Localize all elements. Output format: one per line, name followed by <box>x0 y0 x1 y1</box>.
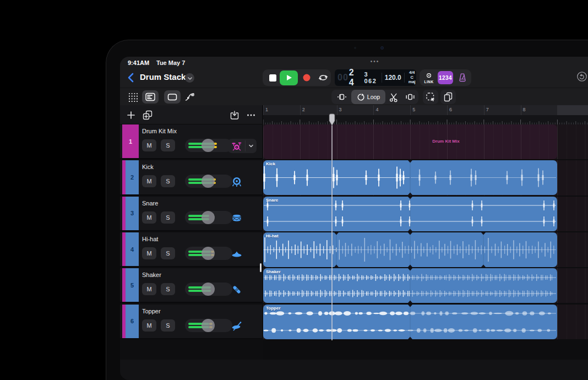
mute-button[interactable]: M <box>142 211 156 224</box>
title-chevron-down-icon[interactable] <box>185 73 194 83</box>
stack-disclosure-button[interactable] <box>246 143 257 149</box>
track-number-badge[interactable]: 2 <box>126 160 139 194</box>
tracks-view-icon <box>145 91 156 102</box>
stop-button[interactable] <box>265 69 280 86</box>
instrument-icon-button[interactable] <box>230 319 244 333</box>
track-number-badge[interactable]: 6 <box>126 305 139 338</box>
grid-view-button[interactable] <box>124 90 141 104</box>
volume-knob[interactable] <box>202 175 215 188</box>
ableton-link-button[interactable]: LINK <box>421 70 437 85</box>
track-name[interactable]: Drum Kit Mix <box>142 128 177 134</box>
count-in-button[interactable]: 1234 <box>438 71 453 84</box>
audio-region[interactable]: Topper <box>263 305 557 339</box>
front-camera-dot <box>354 47 356 49</box>
instrument-icon-button[interactable] <box>230 247 244 261</box>
track-name[interactable]: Shaker <box>142 272 161 278</box>
ruler-bar-line <box>373 105 374 115</box>
solo-button[interactable]: S <box>161 211 175 224</box>
undo-icon[interactable] <box>576 71 587 82</box>
cycle-repeat-icon[interactable] <box>315 69 331 86</box>
instrument-icon-button[interactable] <box>230 175 244 189</box>
volume-slider[interactable] <box>185 139 232 152</box>
play-button[interactable] <box>280 70 298 85</box>
solo-button[interactable]: S <box>161 247 175 259</box>
automation-button[interactable] <box>182 90 198 104</box>
volume-knob[interactable] <box>202 319 215 332</box>
tracks-view-button[interactable] <box>142 90 159 104</box>
ruler-ticks[interactable] <box>263 115 588 124</box>
mute-button[interactable]: M <box>142 283 156 295</box>
instrument-icon-button[interactable] <box>230 283 244 297</box>
volume-knob[interactable] <box>202 283 215 296</box>
volume-slider[interactable] <box>185 283 232 296</box>
audio-region[interactable]: Kick <box>263 160 557 195</box>
region-label: Kick <box>266 161 275 166</box>
track-name[interactable]: Hi-hat <box>142 236 158 242</box>
volume-slider[interactable] <box>185 175 232 188</box>
solo-button[interactable]: S <box>161 139 175 151</box>
arrange-area: 1Drum Kit MixMS2KickMS3SnareMS4Hi-hatMS5… <box>120 105 588 380</box>
track-number-badge[interactable]: 4 <box>126 232 139 266</box>
instrument-icon-button[interactable] <box>230 211 244 225</box>
mute-button[interactable]: M <box>142 139 156 151</box>
trim-start-button[interactable] <box>333 90 351 104</box>
front-camera-icon <box>380 46 384 50</box>
loop-button[interactable]: Loop <box>351 90 385 104</box>
solo-button[interactable]: S <box>161 175 175 187</box>
drum-kit-icon <box>231 140 242 151</box>
instrument-icon-button[interactable] <box>228 140 246 151</box>
mute-button[interactable]: M <box>142 247 156 259</box>
summary-region[interactable]: Drum Kit Mix <box>263 124 557 159</box>
audio-region[interactable]: Snare <box>263 197 557 231</box>
trim-end-button[interactable] <box>402 90 418 104</box>
solo-button[interactable]: S <box>161 319 175 332</box>
back-chevron-icon[interactable] <box>126 71 138 84</box>
metronome-icon[interactable] <box>455 71 470 84</box>
track-lane: Topper <box>263 305 588 339</box>
marquee-copy-button[interactable] <box>423 90 438 104</box>
volume-slider[interactable] <box>185 211 232 224</box>
timeline-ruler[interactable]: 123456789 <box>263 105 588 115</box>
volume-knob[interactable] <box>202 211 215 224</box>
scrollbar-indicator[interactable] <box>260 263 262 272</box>
audio-region[interactable]: Hi-hat <box>263 232 557 267</box>
track-header-toolbar <box>120 105 262 124</box>
instrument-button-group <box>228 139 257 153</box>
record-button[interactable] <box>299 69 314 86</box>
volume-slider[interactable] <box>185 247 232 260</box>
paste-button[interactable] <box>440 90 456 104</box>
track-name[interactable]: Kick <box>142 164 154 170</box>
ruler-after-project-end <box>557 105 588 115</box>
track-number-badge[interactable]: 5 <box>126 268 139 302</box>
volume-knob[interactable] <box>202 247 215 260</box>
track-name[interactable]: Snare <box>142 200 158 207</box>
volume-slider[interactable] <box>185 319 232 332</box>
track-row: 3SnareMS <box>120 197 262 231</box>
multitasking-dots-icon[interactable]: ••• <box>361 58 389 64</box>
more-options-button[interactable] <box>244 108 258 122</box>
ellipsis-icon <box>246 110 256 120</box>
audio-region[interactable]: Shaker <box>263 268 557 303</box>
automation-curve-icon <box>184 91 195 102</box>
mute-button[interactable]: M <box>142 175 156 187</box>
link-label: LINK <box>421 80 437 84</box>
duplicate-track-icon <box>141 109 154 121</box>
import-button[interactable] <box>228 108 241 122</box>
region-tool-button[interactable] <box>164 90 181 104</box>
track-number-badge[interactable]: 1 <box>122 124 139 158</box>
transport-controls <box>263 69 331 86</box>
split-scissors-button[interactable] <box>385 90 402 104</box>
track-lane: Shaker <box>263 268 588 303</box>
project-title[interactable]: Drum Stack <box>140 72 186 82</box>
add-track-button[interactable] <box>124 108 138 122</box>
track-number-badge[interactable]: 3 <box>126 197 139 230</box>
volume-knob[interactable] <box>202 139 215 152</box>
duplicate-track-button[interactable] <box>141 108 154 122</box>
lcd-display[interactable]: 00 2 4 3 062 120.0 4/4 C maj <box>335 69 416 86</box>
track-name[interactable]: Topper <box>142 308 161 314</box>
waveform <box>263 268 557 303</box>
track-row: 4Hi-hatMS <box>120 232 262 267</box>
playhead-handle[interactable] <box>329 113 335 128</box>
mute-button[interactable]: M <box>142 319 156 332</box>
solo-button[interactable]: S <box>161 283 175 295</box>
